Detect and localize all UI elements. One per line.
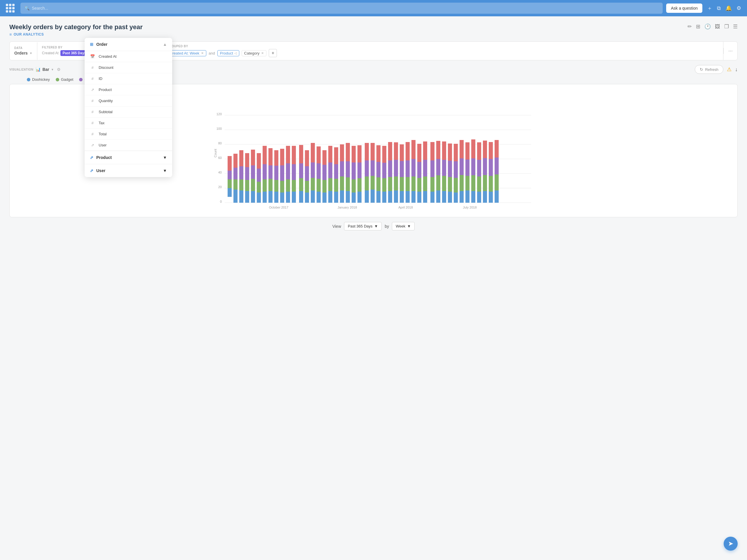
- filter-field: Created At: [42, 51, 59, 55]
- user-chevron-down: ▼: [163, 168, 167, 173]
- svg-rect-140: [411, 177, 415, 191]
- viz-type-selector[interactable]: 📊 Bar ▼: [35, 67, 54, 72]
- svg-rect-138: [406, 142, 410, 160]
- dropdown-item-subtotal[interactable]: # Subtotal: [85, 106, 172, 117]
- unit-chevron: ▼: [407, 224, 411, 229]
- plus-icon[interactable]: ＋: [707, 5, 712, 12]
- svg-rect-76: [317, 179, 321, 192]
- svg-rect-72: [311, 178, 315, 190]
- item-label-discount: Discount: [99, 65, 113, 70]
- dropdown-item-tax[interactable]: # Tax: [85, 117, 172, 129]
- svg-rect-18: [228, 156, 232, 170]
- svg-rect-153: [430, 160, 435, 177]
- dropdown-order-header[interactable]: ⊞ Order ▲: [85, 38, 172, 51]
- chart-actions: ↻ Refresh ⚠ ↓: [695, 65, 738, 74]
- copy-icon[interactable]: ❐: [724, 23, 729, 30]
- item-label-user: User: [99, 143, 106, 147]
- search-input[interactable]: [32, 6, 659, 10]
- svg-rect-165: [448, 161, 452, 177]
- svg-rect-101: [352, 162, 356, 179]
- svg-rect-191: [489, 192, 493, 203]
- svg-rect-151: [430, 192, 435, 203]
- hash-icon-subtotal: #: [90, 110, 95, 114]
- group-chip-created-at[interactable]: Created At: Week ✕: [167, 50, 206, 56]
- svg-rect-197: [495, 158, 499, 175]
- svg-rect-16: [228, 179, 232, 188]
- add-group-button[interactable]: +: [269, 49, 277, 57]
- svg-text:0: 0: [220, 200, 222, 203]
- bell-icon[interactable]: 🔔: [725, 5, 732, 11]
- download-icon[interactable]: ↓: [735, 66, 738, 73]
- subtitle-text: OUR ANALYTICS: [14, 32, 44, 36]
- svg-rect-192: [489, 176, 493, 192]
- svg-rect-19: [233, 190, 237, 203]
- svg-rect-182: [471, 139, 475, 158]
- svg-rect-88: [334, 179, 338, 192]
- dropdown-user-header[interactable]: ⇗ User ▼: [85, 164, 172, 177]
- svg-text:20: 20: [218, 185, 222, 189]
- period-selector[interactable]: Past 365 Days ▼: [344, 222, 382, 231]
- svg-rect-71: [311, 190, 315, 203]
- dropdown-item-id[interactable]: # ID: [85, 73, 172, 84]
- top-navigation: 🔍 Ask a question ＋ ⧉ 🔔 ⚙: [0, 0, 747, 16]
- group1-close-icon[interactable]: ✕: [201, 51, 204, 55]
- image-icon[interactable]: 🖼: [715, 24, 720, 30]
- group-chip-category[interactable]: Category ✕: [241, 50, 267, 56]
- search-bar[interactable]: 🔍: [20, 3, 663, 14]
- settings-icon[interactable]: ⚙: [737, 5, 741, 11]
- viz-settings-icon[interactable]: ⚙: [57, 67, 61, 72]
- svg-rect-39: [263, 192, 267, 203]
- more-options-button[interactable]: ···: [723, 48, 737, 54]
- svg-rect-143: [417, 192, 421, 203]
- svg-rect-69: [305, 166, 309, 181]
- item-label-created-at: Created At: [99, 54, 117, 59]
- svg-rect-96: [346, 177, 350, 191]
- svg-rect-77: [317, 163, 321, 179]
- by-label: by: [385, 224, 389, 229]
- svg-rect-57: [286, 163, 290, 179]
- svg-rect-104: [357, 178, 362, 192]
- svg-rect-163: [448, 192, 452, 203]
- dropdown-item-discount[interactable]: # Discount: [85, 62, 172, 73]
- refresh-button[interactable]: ↻ Refresh: [695, 65, 723, 74]
- svg-rect-141: [411, 159, 415, 177]
- order-grid-icon: ⊞: [90, 42, 93, 47]
- svg-rect-121: [382, 163, 386, 178]
- dropdown-item-user[interactable]: ⇗ User: [85, 140, 172, 151]
- svg-rect-108: [365, 177, 369, 190]
- svg-rect-20: [233, 179, 237, 190]
- svg-rect-43: [268, 191, 273, 203]
- viz-type-text: Bar: [42, 67, 49, 72]
- group-chip-product[interactable]: Product ◁: [217, 50, 239, 56]
- dropdown-item-quantity[interactable]: # Quantity: [85, 96, 172, 106]
- app-logo: [6, 4, 15, 12]
- svg-rect-196: [495, 175, 499, 190]
- svg-rect-66: [299, 145, 303, 163]
- hash-icon-id: #: [90, 76, 95, 81]
- dropdown-item-product[interactable]: ⇗ Product: [85, 84, 172, 96]
- svg-rect-113: [370, 160, 375, 176]
- dropdown-product-header[interactable]: ⇗ Product ▼: [85, 151, 172, 164]
- bookmark-icon[interactable]: ⧉: [717, 5, 721, 11]
- svg-rect-91: [340, 190, 344, 203]
- product-share-icon: ⇗: [90, 155, 93, 160]
- data-value[interactable]: Orders ▼: [14, 51, 32, 55]
- svg-rect-134: [400, 144, 404, 161]
- svg-rect-86: [328, 146, 332, 162]
- edit-icon[interactable]: ✏: [688, 23, 692, 30]
- embed-icon[interactable]: ⊞: [696, 23, 700, 30]
- svg-rect-136: [406, 177, 410, 191]
- legend-dot-gadget: [56, 78, 59, 81]
- menu-icon[interactable]: ☰: [733, 23, 738, 30]
- svg-rect-23: [239, 190, 243, 203]
- ask-question-button[interactable]: Ask a question: [666, 3, 702, 13]
- data-value-text: Orders: [14, 51, 28, 55]
- history-icon[interactable]: 🕐: [704, 23, 711, 30]
- group4-close-icon[interactable]: ✕: [261, 51, 264, 55]
- dropdown-item-total[interactable]: # Total: [85, 129, 172, 140]
- dropdown-item-created-at[interactable]: 📅 Created At: [85, 51, 172, 62]
- unit-selector[interactable]: Week ▼: [392, 222, 415, 231]
- svg-rect-110: [365, 143, 369, 160]
- svg-rect-54: [280, 149, 284, 165]
- svg-rect-92: [340, 177, 344, 190]
